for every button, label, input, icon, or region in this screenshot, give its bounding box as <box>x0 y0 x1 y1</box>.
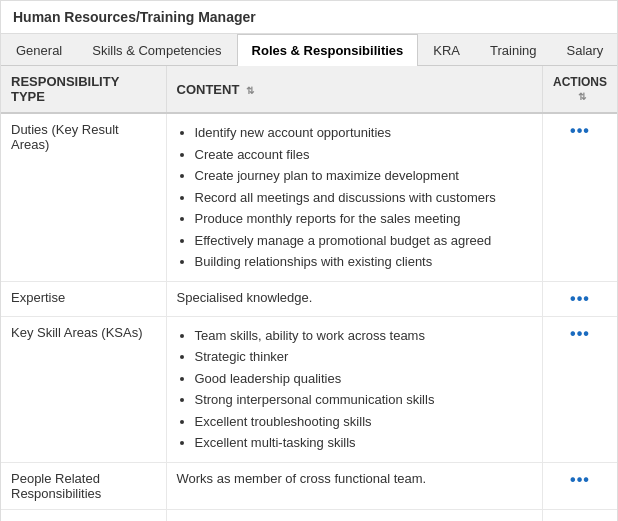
list-item: Team skills, ability to work across team… <box>195 325 533 347</box>
list-item: Excellent troubleshooting skills <box>195 411 533 433</box>
actions-cell: ••• <box>543 281 618 316</box>
list-item: Strategic thinker <box>195 346 533 368</box>
tab-training[interactable]: Training <box>475 34 551 66</box>
responsibilities-table: RESPONSIBILITY TYPE CONTENT ⇅ ACTIONS ⇅ … <box>1 66 617 521</box>
row-actions-button[interactable]: ••• <box>570 122 590 139</box>
responsibility-type-cell: Duties (Key Result Areas) <box>1 113 166 281</box>
responsibility-type-cell: Expertise <box>1 281 166 316</box>
col-header-content: CONTENT ⇅ <box>166 66 543 113</box>
list-item: Create journey plan to maximize developm… <box>195 165 533 187</box>
content-cell: Works as member of cross functional team… <box>166 462 543 509</box>
page-title: Human Resources/Training Manager <box>1 1 617 34</box>
table-header-row: RESPONSIBILITY TYPE CONTENT ⇅ ACTIONS ⇅ <box>1 66 617 113</box>
table-row: People Related ResponsibilitiesWorks as … <box>1 462 617 509</box>
row-actions-button[interactable]: ••• <box>570 471 590 488</box>
col-header-actions: ACTIONS ⇅ <box>543 66 618 113</box>
list-item: Identify new account opportunities <box>195 122 533 144</box>
tab-general[interactable]: General <box>1 34 77 66</box>
table-row: ExpertiseSpecialised knowledge.••• <box>1 281 617 316</box>
list-item: Building relationships with existing cli… <box>195 251 533 273</box>
actions-cell: ••• <box>543 509 618 521</box>
content-sort-icon[interactable]: ⇅ <box>246 85 254 96</box>
list-item: Record all meetings and discussions with… <box>195 187 533 209</box>
list-item: Create account files <box>195 144 533 166</box>
list-item: Liaises with other departments. <box>195 518 533 522</box>
row-actions-button[interactable]: ••• <box>570 290 590 307</box>
tabs-bar: General Skills & Competencies Roles & Re… <box>1 34 617 66</box>
actions-cell: ••• <box>543 316 618 462</box>
table-row: Duties (Key Result Areas)Identify new ac… <box>1 113 617 281</box>
table-row: RelationshipLiaises with other departmen… <box>1 509 617 521</box>
list-item: Effectively manage a promotional budget … <box>195 230 533 252</box>
actions-cell: ••• <box>543 462 618 509</box>
bullet-list: Identify new account opportunitiesCreate… <box>177 122 533 273</box>
actions-cell: ••• <box>543 113 618 281</box>
col-header-type: RESPONSIBILITY TYPE <box>1 66 166 113</box>
tab-kra[interactable]: KRA <box>418 34 475 66</box>
content-cell: Identify new account opportunitiesCreate… <box>166 113 543 281</box>
actions-sort-icon[interactable]: ⇅ <box>578 91 586 102</box>
bullet-list: Liaises with other departments.Interface… <box>177 518 533 522</box>
table-row: Key Skill Areas (KSAs)Team skills, abili… <box>1 316 617 462</box>
list-item: Excellent multi-tasking skills <box>195 432 533 454</box>
responsibility-type-cell: Key Skill Areas (KSAs) <box>1 316 166 462</box>
list-item: Produce monthly reports for the sales me… <box>195 208 533 230</box>
row-actions-button[interactable]: ••• <box>570 518 590 522</box>
content-cell: Liaises with other departments.Interface… <box>166 509 543 521</box>
row-actions-button[interactable]: ••• <box>570 325 590 342</box>
content-cell: Team skills, ability to work across team… <box>166 316 543 462</box>
list-item: Good leadership qualities <box>195 368 533 390</box>
tab-salary[interactable]: Salary <box>552 34 619 66</box>
content-cell: Specialised knowledge. <box>166 281 543 316</box>
list-item: Strong interpersonal communication skill… <box>195 389 533 411</box>
tab-skills[interactable]: Skills & Competencies <box>77 34 236 66</box>
responsibility-type-cell: People Related Responsibilities <box>1 462 166 509</box>
tab-roles[interactable]: Roles & Responsibilities <box>237 34 419 66</box>
page-container: Human Resources/Training Manager General… <box>0 0 618 521</box>
bullet-list: Team skills, ability to work across team… <box>177 325 533 454</box>
responsibility-type-cell: Relationship <box>1 509 166 521</box>
